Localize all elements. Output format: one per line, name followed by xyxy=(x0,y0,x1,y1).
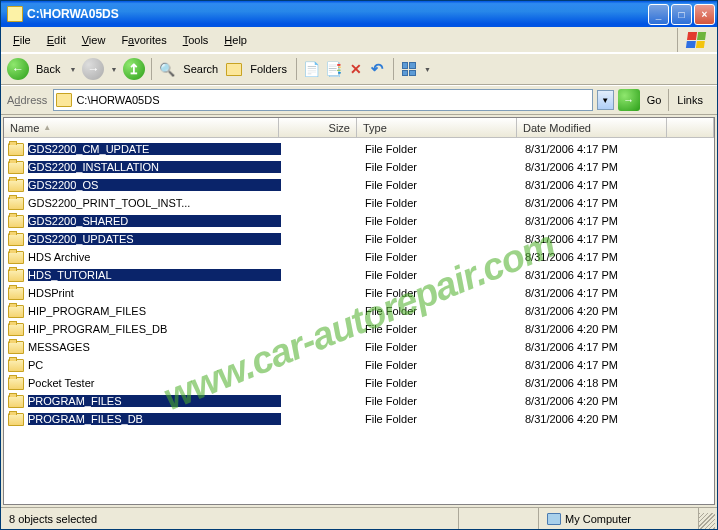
resize-grip[interactable] xyxy=(699,513,715,529)
menu-favorites[interactable]: Favorites xyxy=(113,31,174,49)
column-size[interactable]: Size xyxy=(279,118,357,137)
menu-view[interactable]: View xyxy=(74,31,114,49)
file-row[interactable]: PROGRAM_FILESFile Folder8/31/2006 4:20 P… xyxy=(4,392,714,410)
window-controls: _ □ × xyxy=(648,4,715,25)
file-date: 8/31/2006 4:17 PM xyxy=(519,197,669,209)
status-location: My Computer xyxy=(539,508,699,529)
file-type: File Folder xyxy=(359,197,519,209)
folder-icon xyxy=(8,323,24,336)
file-row[interactable]: HDSPrintFile Folder8/31/2006 4:17 PM xyxy=(4,284,714,302)
file-type: File Folder xyxy=(359,233,519,245)
file-name: HIP_PROGRAM_FILES xyxy=(28,305,281,317)
file-date: 8/31/2006 4:17 PM xyxy=(519,161,669,173)
file-name: GDS2200_PRINT_TOOL_INST... xyxy=(28,197,281,209)
window-title: C:\HORWA05DS xyxy=(27,7,648,21)
address-label: Address xyxy=(7,94,49,106)
file-date: 8/31/2006 4:17 PM xyxy=(519,143,669,155)
file-row[interactable]: GDS2200_UPDATESFile Folder8/31/2006 4:17… xyxy=(4,230,714,248)
close-button[interactable]: × xyxy=(694,4,715,25)
file-row[interactable]: HIP_PROGRAM_FILESFile Folder8/31/2006 4:… xyxy=(4,302,714,320)
file-row[interactable]: GDS2200_CM_UPDATEFile Folder8/31/2006 4:… xyxy=(4,140,714,158)
file-row[interactable]: PCFile Folder8/31/2006 4:17 PM xyxy=(4,356,714,374)
folder-icon xyxy=(8,197,24,210)
folder-icon xyxy=(8,251,24,264)
windows-logo-icon xyxy=(677,28,713,52)
folder-icon xyxy=(8,395,24,408)
move-to-button[interactable]: 📄 xyxy=(303,60,321,78)
go-button[interactable]: → xyxy=(618,89,640,111)
computer-icon xyxy=(547,513,561,525)
file-name: GDS2200_OS xyxy=(28,179,281,191)
column-name[interactable]: Name▲ xyxy=(4,118,279,137)
back-dropdown[interactable]: ▼ xyxy=(67,66,78,73)
file-row[interactable]: HIP_PROGRAM_FILES_DBFile Folder8/31/2006… xyxy=(4,320,714,338)
folder-icon xyxy=(8,359,24,372)
maximize-button[interactable]: □ xyxy=(671,4,692,25)
folder-icon xyxy=(56,93,72,107)
file-type: File Folder xyxy=(359,323,519,335)
forward-dropdown[interactable]: ▼ xyxy=(108,66,119,73)
file-row[interactable]: MESSAGESFile Folder8/31/2006 4:17 PM xyxy=(4,338,714,356)
column-spacer xyxy=(667,118,714,137)
file-type: File Folder xyxy=(359,341,519,353)
views-dropdown[interactable]: ▼ xyxy=(422,66,433,73)
copy-to-button[interactable]: 📑 xyxy=(325,60,343,78)
file-name: GDS2200_UPDATES xyxy=(28,233,281,245)
go-label[interactable]: Go xyxy=(644,94,665,106)
file-row[interactable]: HDS_TUTORIALFile Folder8/31/2006 4:17 PM xyxy=(4,266,714,284)
file-row[interactable]: GDS2200_SHAREDFile Folder8/31/2006 4:17 … xyxy=(4,212,714,230)
file-date: 8/31/2006 4:18 PM xyxy=(519,377,669,389)
address-bar: Address C:\HORWA05DS ▼ → Go Links xyxy=(1,85,717,115)
file-type: File Folder xyxy=(359,143,519,155)
views-button[interactable] xyxy=(400,60,418,78)
file-row[interactable]: Pocket TesterFile Folder8/31/2006 4:18 P… xyxy=(4,374,714,392)
menu-help[interactable]: Help xyxy=(216,31,255,49)
file-row[interactable]: HDS ArchiveFile Folder8/31/2006 4:17 PM xyxy=(4,248,714,266)
menu-file[interactable]: File xyxy=(5,31,39,49)
column-date[interactable]: Date Modified xyxy=(517,118,667,137)
file-name: Pocket Tester xyxy=(28,377,281,389)
search-icon: 🔍 xyxy=(158,60,176,78)
file-row[interactable]: PROGRAM_FILES_DBFile Folder8/31/2006 4:2… xyxy=(4,410,714,428)
menu-edit[interactable]: Edit xyxy=(39,31,74,49)
file-name: MESSAGES xyxy=(28,341,281,353)
address-path: C:\HORWA05DS xyxy=(76,94,159,106)
file-type: File Folder xyxy=(359,395,519,407)
address-field[interactable]: C:\HORWA05DS xyxy=(53,89,592,111)
toolbar-separator-2 xyxy=(296,58,297,80)
minimize-button[interactable]: _ xyxy=(648,4,669,25)
file-date: 8/31/2006 4:17 PM xyxy=(519,251,669,263)
column-headers: Name▲ Size Type Date Modified xyxy=(4,118,714,138)
title-bar[interactable]: C:\HORWA05DS _ □ × xyxy=(1,1,717,27)
back-label: Back xyxy=(33,63,63,75)
back-button[interactable]: ← xyxy=(7,58,29,80)
menu-tools[interactable]: Tools xyxy=(175,31,217,49)
file-name: HDSPrint xyxy=(28,287,281,299)
file-type: File Folder xyxy=(359,215,519,227)
file-date: 8/31/2006 4:20 PM xyxy=(519,413,669,425)
file-row[interactable]: GDS2200_INSTALLATIONFile Folder8/31/2006… xyxy=(4,158,714,176)
file-row[interactable]: GDS2200_OSFile Folder8/31/2006 4:17 PM xyxy=(4,176,714,194)
folder-icon xyxy=(8,161,24,174)
search-button[interactable]: Search xyxy=(180,63,221,75)
column-type[interactable]: Type xyxy=(357,118,517,137)
status-selection: 8 objects selected xyxy=(1,508,459,529)
file-list[interactable]: www.car-autorepair.com GDS2200_CM_UPDATE… xyxy=(4,138,714,504)
file-name: PROGRAM_FILES xyxy=(28,395,281,407)
file-name: GDS2200_SHARED xyxy=(28,215,281,227)
folder-icon xyxy=(8,179,24,192)
file-type: File Folder xyxy=(359,413,519,425)
folders-button[interactable]: Folders xyxy=(247,63,290,75)
address-dropdown[interactable]: ▼ xyxy=(597,90,614,110)
file-name: PROGRAM_FILES_DB xyxy=(28,413,281,425)
file-type: File Folder xyxy=(359,269,519,281)
undo-button[interactable]: ↶ xyxy=(369,60,387,78)
links-button[interactable]: Links xyxy=(668,89,711,111)
up-button[interactable]: ↥ xyxy=(123,58,145,80)
file-type: File Folder xyxy=(359,377,519,389)
file-type: File Folder xyxy=(359,251,519,263)
toolbar-separator xyxy=(151,58,152,80)
file-row[interactable]: GDS2200_PRINT_TOOL_INST...File Folder8/3… xyxy=(4,194,714,212)
forward-button: → xyxy=(82,58,104,80)
delete-button[interactable]: ✕ xyxy=(347,60,365,78)
